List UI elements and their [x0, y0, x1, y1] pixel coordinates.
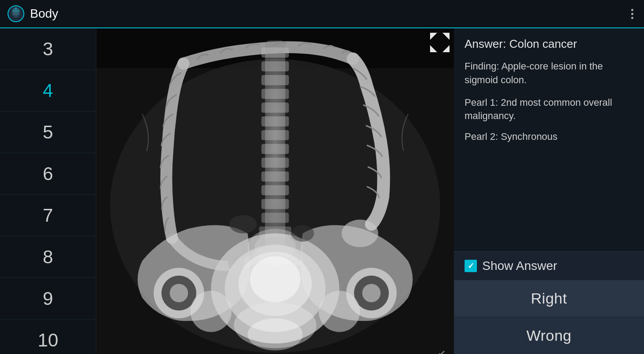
answer-section: Answer: Colon cancer Finding: Apple-core… [454, 28, 644, 251]
svg-point-44 [342, 219, 378, 247]
svg-rect-18 [261, 130, 289, 140]
svg-marker-48 [430, 45, 437, 52]
pearl2-text: Pearl 2: Synchronous [465, 130, 633, 144]
answer-panel: Answer: Colon cancer Finding: Apple-core… [454, 28, 644, 354]
menu-dot-3 [631, 17, 633, 19]
sidebar-item-7[interactable]: 7 [0, 195, 96, 236]
svg-point-42 [229, 215, 257, 233]
svg-marker-46 [430, 33, 437, 40]
show-answer-row: ✓ Show Answer [454, 251, 644, 280]
svg-rect-20 [261, 158, 289, 168]
xray-image-area: ↙ [96, 28, 454, 354]
wrong-button[interactable]: Wrong [454, 317, 644, 354]
svg-marker-47 [442, 33, 450, 40]
question-sidebar: 3 4 5 6 7 8 9 10 [0, 28, 96, 354]
pearl1-text: Pearl 1: 2nd most common overall maligna… [465, 96, 633, 123]
svg-rect-23 [261, 199, 289, 209]
svg-rect-15 [261, 89, 289, 99]
collapse-arrows-icon [429, 32, 450, 53]
checkbox-box: ✓ [465, 260, 477, 272]
svg-text:↙: ↙ [438, 348, 446, 354]
svg-point-39 [248, 318, 302, 350]
sidebar-item-4[interactable]: 4 [0, 70, 96, 112]
svg-point-33 [170, 284, 188, 302]
svg-rect-19 [261, 144, 289, 154]
sidebar-item-9[interactable]: 9 [0, 278, 96, 319]
main-content: 3 4 5 6 7 8 9 10 [0, 28, 644, 354]
app-title: Body [30, 7, 58, 21]
svg-rect-21 [261, 171, 289, 181]
xray-image: ↙ [96, 28, 454, 354]
app-header: Body [0, 0, 644, 28]
sidebar-item-5[interactable]: 5 [0, 112, 96, 153]
finding-text: Finding: Apple-core lesion in the sigmoi… [465, 60, 633, 87]
svg-rect-14 [261, 75, 289, 85]
show-answer-checkbox[interactable]: ✓ Show Answer [465, 259, 557, 273]
svg-rect-24 [261, 213, 289, 223]
answer-title: Answer: Colon cancer [465, 37, 633, 51]
collapse-icon[interactable] [429, 32, 450, 53]
show-answer-label: Show Answer [482, 259, 557, 273]
header-left: Body [7, 5, 58, 23]
overflow-menu-button[interactable] [628, 7, 637, 21]
sidebar-item-10[interactable]: 10 [0, 319, 96, 354]
svg-rect-13 [261, 61, 289, 71]
app-logo-icon [7, 5, 25, 23]
svg-rect-16 [261, 103, 289, 113]
sidebar-item-8[interactable]: 8 [0, 236, 96, 278]
svg-marker-49 [442, 45, 450, 52]
svg-rect-12 [261, 47, 289, 58]
svg-point-30 [362, 284, 381, 302]
checkmark-icon: ✓ [468, 261, 474, 271]
menu-dot-2 [631, 13, 633, 15]
menu-dot-1 [631, 9, 633, 11]
svg-point-37 [250, 256, 300, 302]
svg-point-43 [291, 225, 314, 242]
right-button[interactable]: Right [454, 280, 644, 317]
svg-point-41 [319, 291, 360, 332]
svg-rect-22 [261, 185, 289, 196]
sidebar-item-3[interactable]: 3 [0, 28, 96, 70]
svg-point-40 [191, 291, 232, 332]
svg-rect-17 [261, 116, 289, 127]
sidebar-item-6[interactable]: 6 [0, 153, 96, 195]
